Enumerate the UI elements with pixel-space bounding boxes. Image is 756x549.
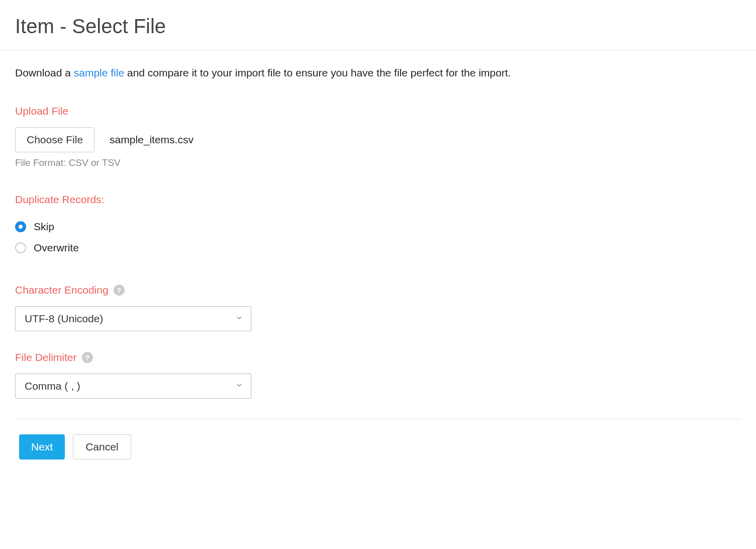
cancel-button[interactable]: Cancel [73, 434, 131, 460]
upload-file-label: Upload File [15, 105, 741, 117]
radio-skip-indicator [15, 221, 26, 232]
intro-suffix: and compare it to your import file to en… [124, 67, 511, 78]
sample-file-link[interactable]: sample file [74, 67, 124, 78]
duplicate-records-label: Duplicate Records: [15, 194, 741, 206]
intro-text: Download a sample file and compare it to… [15, 65, 741, 80]
radio-skip-label: Skip [34, 221, 54, 233]
radio-overwrite[interactable]: Overwrite [15, 242, 741, 254]
file-delimiter-select[interactable]: Comma ( , ) [15, 374, 251, 399]
next-button[interactable]: Next [19, 434, 65, 460]
file-format-hint: File Format: CSV or TSV [15, 157, 741, 168]
action-buttons: Next Cancel [0, 419, 756, 475]
intro-prefix: Download a [15, 67, 74, 78]
character-encoding-value: UTF-8 (Unicode) [25, 313, 103, 325]
file-delimiter-label: File Delimiter ? [15, 351, 741, 363]
duplicate-radio-group: Skip Overwrite [15, 221, 741, 254]
help-icon[interactable]: ? [114, 285, 125, 296]
character-encoding-select[interactable]: UTF-8 (Unicode) [15, 306, 251, 331]
page-title: Item - Select File [0, 0, 756, 50]
file-delimiter-label-text: File Delimiter [15, 351, 77, 363]
help-icon[interactable]: ? [82, 352, 93, 363]
radio-overwrite-indicator [15, 242, 26, 253]
selected-filename: sample_items.csv [110, 134, 194, 146]
radio-skip[interactable]: Skip [15, 221, 741, 233]
character-encoding-label-text: Character Encoding [15, 284, 109, 296]
file-delimiter-value: Comma ( , ) [25, 380, 80, 392]
radio-overwrite-label: Overwrite [34, 242, 79, 254]
choose-file-button[interactable]: Choose File [15, 127, 94, 152]
character-encoding-label: Character Encoding ? [15, 284, 741, 296]
